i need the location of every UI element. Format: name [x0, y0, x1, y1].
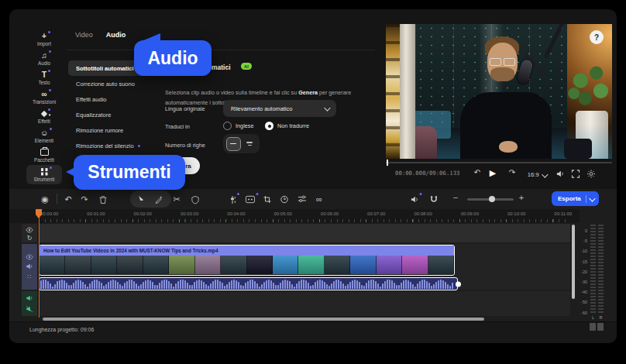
sidebar-item-elementi[interactable]: ☺Elementi [26, 126, 62, 146]
delete-icon[interactable] [99, 194, 108, 204]
meter-channel-right: R [598, 315, 604, 320]
clip-thumbnail [143, 256, 169, 274]
redo-icon[interactable]: ↷ [81, 194, 88, 204]
sidebar-item-strumenti[interactable]: Strumenti [26, 165, 62, 184]
menu-item[interactable]: Effetti audio [68, 91, 172, 107]
preview-progress-head[interactable] [387, 160, 388, 166]
meter-scale-label: -50 [581, 300, 587, 304]
callout-audio-label: Audio [147, 48, 198, 69]
jump-forward-icon[interactable]: ↷ [509, 168, 515, 177]
radio-inglese[interactable]: Inglese [223, 122, 254, 130]
aspect-ratio-select[interactable]: 16:9 [528, 170, 546, 180]
tab-audio[interactable]: Audio [106, 31, 126, 39]
play-button[interactable]: ▶ [490, 168, 496, 177]
clip-thumbnail [350, 256, 376, 274]
stool [564, 139, 592, 159]
status-bar: Lunghezza progetto: 09:06 [9, 321, 617, 343]
screen-record-icon[interactable]: ◉ [41, 194, 49, 204]
timeline-panel: ◉ ↶ ↷ ✂ ∞ − + Esporta 00:00:0000:01:0000… [9, 189, 617, 342]
export-button[interactable]: Esporta [552, 191, 599, 206]
relink-icon[interactable]: ↻ [27, 235, 33, 242]
export-label: Esporta [558, 195, 581, 202]
sidebar-item-label: Import [37, 41, 51, 46]
snap-magnet-icon[interactable] [430, 194, 438, 204]
audio-clip[interactable] [39, 277, 458, 290]
sidebar-item-label: Pacchetti [34, 157, 54, 163]
lingua-originale-select[interactable]: Rilevamento automatico [223, 100, 336, 117]
screenshot-stage: +Import♫AudioTTesto∞TransizioniEffetti☺E… [0, 0, 626, 364]
vertical-scrollbar[interactable] [572, 225, 575, 299]
zoom-slider-knob[interactable] [489, 196, 495, 202]
sidebar-item-pacchetti[interactable]: Pacchetti [26, 146, 62, 165]
jump-back-icon[interactable]: ↶ [474, 168, 480, 177]
meter-scale-label: -60 [581, 311, 587, 315]
track3-lane[interactable] [39, 291, 570, 316]
lingua-originale-value: Rilevamento automatico [231, 105, 292, 112]
sidebar-item-transizioni[interactable]: ∞Transizioni [26, 88, 62, 107]
meter-column-right [598, 225, 604, 314]
meter-scale-label: -30 [581, 280, 587, 284]
sidebar-item-import[interactable]: +Import [26, 29, 62, 49]
captions-icon[interactable] [246, 194, 256, 204]
sidebar-item-label: Strumenti [34, 177, 55, 182]
undo-icon[interactable]: ↶ [64, 194, 71, 204]
tab-video[interactable]: Video [75, 31, 93, 39]
chevron-down-icon [589, 195, 595, 201]
transitions-icon: ∞ [41, 90, 46, 98]
sidebar-item-label: Effetti [38, 118, 50, 124]
timeline-ruler[interactable]: 00:00:0000:01:0000:02:0000:03:0000:04:00… [9, 209, 580, 223]
aspect-ratio-value: 16:9 [528, 170, 539, 180]
meter-scale-label: -15 [581, 259, 587, 264]
adjust-sliders-icon[interactable] [298, 194, 307, 203]
music-note-icon: ♫ [41, 51, 47, 60]
radio-unselected-icon [223, 122, 232, 130]
video-clip[interactable]: How to Edit YouTube Videos in 2024 with … [39, 245, 455, 276]
help-button[interactable]: ? [590, 30, 604, 44]
meter-column-left [590, 225, 596, 314]
sparkle-icon [42, 109, 46, 118]
sidebar-item-audio[interactable]: ♫Audio [26, 49, 62, 68]
preview-progress-bar[interactable] [386, 162, 612, 163]
horizontal-scrollbar[interactable] [43, 318, 484, 321]
sidebar-item-effetti[interactable]: Effetti [26, 107, 62, 126]
radio-non-tradurre[interactable]: Non tradurre [265, 122, 309, 130]
track2-header: ∷ [22, 244, 37, 290]
callout-strumenti: Strumenti [74, 155, 185, 190]
clip-thumbnail [40, 256, 65, 274]
clip-thumbnail [325, 256, 350, 274]
menu-item[interactable]: Rimozione del silenzio [68, 138, 172, 153]
clip-thumbnail [402, 256, 428, 274]
mask-shield-icon[interactable] [191, 194, 199, 204]
speed-clock-icon[interactable] [280, 194, 289, 204]
clip-filmstrip [40, 256, 454, 274]
menu-item[interactable]: Rimozione rumore [68, 122, 172, 138]
split-scissors-icon[interactable]: ✂ [173, 194, 180, 204]
zoom-in-button[interactable]: + [519, 193, 524, 202]
pen-tool-icon[interactable] [155, 194, 163, 204]
menu-item[interactable]: Equalizzatore [68, 107, 172, 122]
two-lines-button[interactable] [242, 137, 257, 151]
timeline-audio-icon[interactable] [411, 194, 419, 204]
chevron-down-icon [324, 105, 330, 111]
callout-strumenti-label: Strumenti [88, 162, 170, 183]
ruler-label: 00:08:00 [414, 211, 432, 216]
audio-mixer-icon[interactable] [229, 194, 236, 204]
fullscreen-icon[interactable] [572, 170, 580, 180]
volume-icon[interactable] [556, 170, 565, 180]
speaker-muted-icon[interactable] [26, 302, 33, 316]
zoom-out-button[interactable]: − [453, 193, 458, 202]
clip-thumbnail [195, 256, 221, 274]
radio-selected-icon [265, 122, 273, 130]
sidebar-item-testo[interactable]: TTesto [26, 68, 62, 88]
speaker-icon[interactable] [26, 259, 33, 273]
smiley-icon: ☺ [40, 129, 48, 137]
track-options-icon[interactable]: ∷ [27, 273, 31, 280]
clip-trim-handle[interactable] [456, 281, 461, 287]
menu-item[interactable]: Correzione auto suono [68, 76, 172, 91]
gear-icon[interactable] [587, 170, 596, 180]
one-line-button[interactable] [226, 137, 241, 151]
transitions-bowtie-icon[interactable]: ∞ [316, 194, 322, 204]
track1-lane[interactable] [39, 224, 570, 242]
crop-rotate-icon[interactable] [263, 194, 272, 204]
select-tool-icon[interactable] [137, 194, 146, 204]
